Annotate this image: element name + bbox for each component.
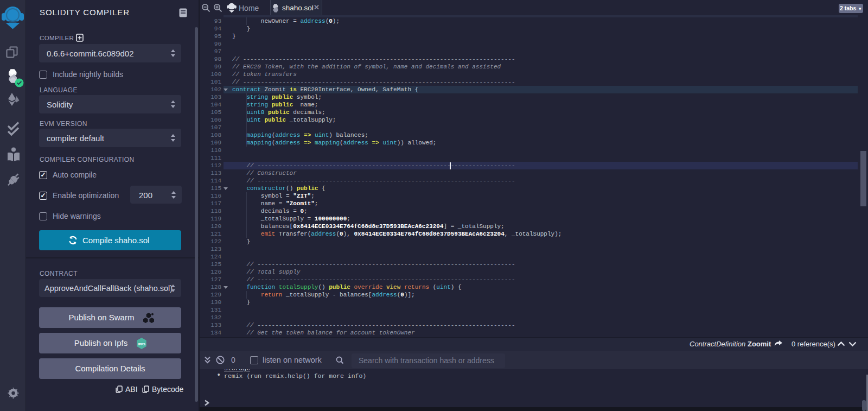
svg-text:IPFS: IPFS bbox=[138, 342, 145, 346]
